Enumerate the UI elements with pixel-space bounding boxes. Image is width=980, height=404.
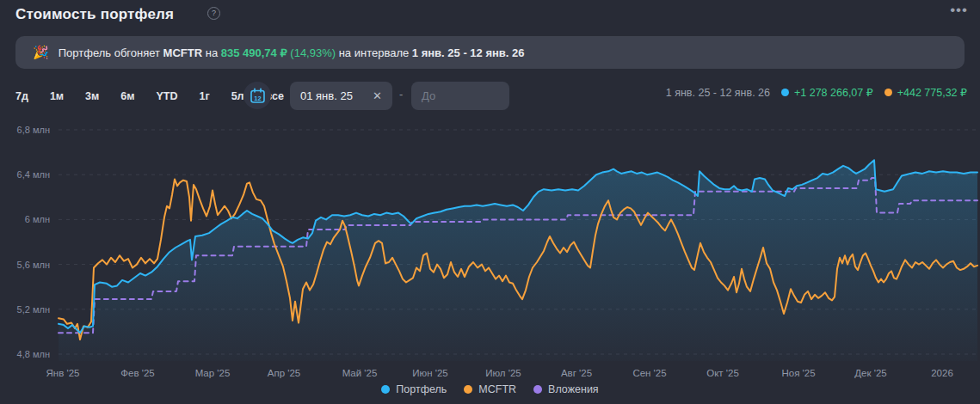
legend-label: Портфель: [396, 383, 447, 395]
range-7d[interactable]: 7д: [15, 90, 28, 102]
y-axis-label: 4,8 млн: [17, 349, 50, 359]
date-from-value: 01 янв. 25: [300, 89, 366, 102]
portfolio-dot-icon: [781, 89, 789, 96]
mcftr-gain-value: +442 775,32 ₽: [897, 86, 967, 99]
banner-text: на: [202, 46, 221, 59]
mcftr-dot-icon: [884, 89, 892, 96]
portfolio-gain-value: +1 278 266,07 ₽: [794, 86, 873, 99]
x-axis-label: Авг '25: [561, 368, 592, 378]
help-icon[interactable]: ?: [207, 7, 220, 20]
calendar-icon: 12: [250, 88, 266, 104]
y-axis-label: 6 млн: [25, 214, 50, 224]
mcftr-gain: +442 775,32 ₽: [884, 86, 967, 99]
banner-text: Портфель обгоняет: [59, 46, 163, 59]
x-axis-label: Фев '25: [120, 368, 154, 378]
banner-percent: (14,93%): [290, 46, 336, 59]
legend-label: MCFTR: [478, 383, 516, 395]
performance-banner: 🎉 Портфель обгоняет MCFTR на 835 490,74 …: [15, 36, 965, 69]
chart-legend: Портфель MCFTR Вложения: [0, 383, 980, 395]
range-1y[interactable]: 1г: [200, 90, 210, 102]
x-axis-label: Июн '25: [412, 368, 447, 378]
legend-item-deposits[interactable]: Вложения: [533, 383, 599, 395]
date-to-placeholder: До: [422, 89, 435, 102]
y-axis-label: 6,4 млн: [17, 169, 50, 180]
x-axis-label: Янв '25: [46, 368, 80, 378]
range-1m[interactable]: 1м: [50, 90, 64, 102]
banner-amount: 835 490,74 ₽: [221, 46, 287, 59]
banner-benchmark: MCFTR: [163, 46, 203, 59]
x-axis-label: 2026: [931, 368, 953, 378]
page-title: Стоимость портфеля: [15, 6, 174, 23]
date-from-input[interactable]: 01 янв. 25 ✕: [290, 82, 392, 110]
banner-range: 1 янв. 25 - 12 янв. 26: [412, 46, 525, 59]
range-5y[interactable]: 5л: [231, 90, 244, 102]
svg-text:12: 12: [254, 94, 261, 101]
x-axis-label: Окт '25: [706, 368, 739, 378]
portfolio-gain: +1 278 266,07 ₽: [781, 86, 873, 99]
period-stats: 1 янв. 25 - 12 янв. 26 +1 278 266,07 ₽ +…: [666, 86, 967, 99]
y-axis-label: 5,6 млн: [17, 260, 50, 270]
x-axis-label: Май '25: [342, 368, 378, 378]
period-label: 1 янв. 25 - 12 янв. 26: [666, 87, 770, 99]
legend-label: Вложения: [548, 383, 599, 395]
portfolio-chart[interactable]: 6,8 млн6,4 млн6 млн5,6 млн5,2 млн4,8 млн…: [0, 118, 980, 404]
legend-item-mcftr[interactable]: MCFTR: [464, 383, 516, 395]
x-axis-label: Мар '25: [195, 368, 231, 378]
banner-text: на интервале: [336, 46, 412, 59]
x-axis-label: Апр '25: [268, 368, 300, 378]
date-range-separator: -: [399, 88, 403, 101]
x-axis-label: Сен '25: [632, 368, 666, 378]
x-axis-label: Ноя '25: [781, 368, 815, 378]
mcftr-dot-icon: [464, 385, 472, 394]
party-popper-icon: 🎉: [33, 45, 49, 60]
more-menu-icon[interactable]: •••: [950, 2, 968, 19]
y-axis-label: 6,8 млн: [17, 125, 50, 135]
x-axis-label: Июл '25: [485, 368, 521, 378]
date-to-input[interactable]: До: [411, 82, 509, 110]
clear-date-icon[interactable]: ✕: [366, 89, 382, 102]
x-axis-label: Дек '25: [854, 368, 886, 378]
range-3m[interactable]: 3м: [85, 90, 99, 102]
legend-item-portfolio[interactable]: Портфель: [381, 383, 447, 395]
y-axis-label: 5,2 млн: [17, 304, 50, 315]
calendar-button[interactable]: 12: [243, 82, 271, 109]
portfolio-dot-icon: [381, 385, 390, 394]
range-ytd[interactable]: YTD: [157, 90, 178, 102]
portfolio-value-widget: Стоимость портфеля ? ••• 🎉 Портфель обго…: [0, 0, 980, 404]
range-6m[interactable]: 6м: [120, 90, 134, 102]
deposits-dot-icon: [533, 385, 542, 394]
